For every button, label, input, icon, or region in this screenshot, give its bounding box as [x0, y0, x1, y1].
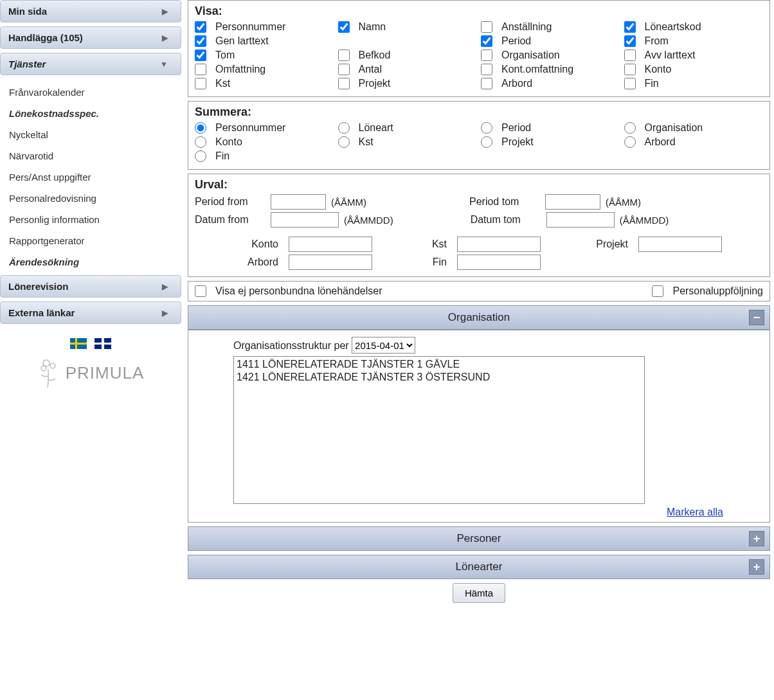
- summera-radio[interactable]: [624, 136, 636, 148]
- visa-checkbox[interactable]: [624, 35, 636, 47]
- sidebar-item[interactable]: Ärendesökning: [9, 251, 181, 273]
- org-list-item[interactable]: 1411 LÖNERELATERADE TJÄNSTER 1 GÄVLE: [237, 358, 642, 371]
- visa-item: Gen larttext: [195, 35, 334, 48]
- visa-checkbox[interactable]: [195, 21, 206, 33]
- visa-checkbox[interactable]: [624, 78, 636, 89]
- personer-header[interactable]: Personer +: [188, 526, 770, 551]
- org-date-select[interactable]: 2015-04-01: [352, 337, 415, 354]
- visa-checkbox[interactable]: [195, 49, 206, 61]
- summera-radio[interactable]: [338, 122, 350, 134]
- summera-title: Summera:: [195, 105, 763, 119]
- visa-item: Antal: [338, 63, 478, 76]
- datum-tom-label: Datum tom: [471, 214, 541, 226]
- extra-options: Visa ej personbundna lönehändelser Perso…: [188, 281, 770, 301]
- chevron-down-icon: ▼: [160, 60, 168, 69]
- summera-item: Konto: [195, 136, 334, 148]
- expand-icon[interactable]: +: [749, 559, 764, 575]
- visa-label: Antal: [359, 64, 382, 75]
- summera-radio[interactable]: [195, 150, 206, 162]
- visa-label: Personnummer: [215, 21, 285, 33]
- visa-checkbox[interactable]: [195, 35, 206, 47]
- visa-label: Tom: [215, 49, 235, 61]
- period-tom-input[interactable]: [545, 194, 600, 210]
- visa-checkbox[interactable]: [624, 21, 636, 33]
- sidebar-item[interactable]: Personalredovisning: [9, 188, 181, 209]
- visa-checkbox[interactable]: [481, 64, 492, 75]
- visa-checkbox[interactable]: [195, 64, 206, 75]
- konto-input[interactable]: [289, 237, 372, 252]
- visa-checkbox[interactable]: [481, 49, 492, 61]
- lonearter-header[interactable]: Lönearter +: [188, 555, 770, 579]
- summera-item: Projekt: [481, 136, 620, 148]
- sidebar-item[interactable]: Personlig information: [9, 209, 181, 230]
- nav-header[interactable]: Handlägga (105)▶: [0, 26, 181, 49]
- period-from-input[interactable]: [271, 194, 326, 210]
- visa-label: Projekt: [359, 78, 391, 89]
- visa-ej-checkbox[interactable]: [195, 285, 206, 297]
- fetch-button[interactable]: Hämta: [453, 583, 505, 603]
- visa-label: Arbord: [501, 78, 532, 89]
- datum-from-label: Datum from: [195, 214, 266, 226]
- summera-radio[interactable]: [338, 136, 350, 148]
- summera-item: Fin: [195, 150, 334, 163]
- summera-label: Fin: [215, 150, 230, 162]
- sidebar-item[interactable]: Rapportgenerator: [9, 230, 181, 251]
- lonearter-title: Lönearter: [456, 561, 503, 573]
- sidebar-item[interactable]: Närvarotid: [9, 145, 181, 166]
- visa-checkbox[interactable]: [481, 21, 492, 33]
- nav-header[interactable]: Lönerevision▶: [0, 275, 181, 298]
- arbord-input[interactable]: [289, 255, 372, 270]
- svg-point-2: [41, 366, 46, 371]
- sidebar-item[interactable]: Lönekostnadsspec.: [9, 103, 181, 124]
- chevron-right-icon: ▶: [162, 33, 168, 42]
- summera-radio[interactable]: [481, 136, 492, 148]
- nav-header-label: Tjänster: [8, 58, 46, 69]
- visa-title: Visa:: [195, 4, 763, 18]
- period-tom-label: Period tom: [469, 196, 540, 208]
- logo-text: PRIMULA: [66, 363, 145, 382]
- nav-header[interactable]: Tjänster▼: [0, 53, 181, 75]
- flag-sweden-icon[interactable]: [70, 338, 87, 349]
- nav-header[interactable]: Externa länkar▶: [0, 301, 181, 324]
- visa-checkbox[interactable]: [624, 49, 636, 61]
- kst-label: Kst: [382, 238, 453, 250]
- fin-input[interactable]: [457, 255, 541, 270]
- visa-item: Kst: [195, 77, 334, 90]
- sidebar-item[interactable]: Pers/Anst uppgifter: [9, 166, 181, 188]
- summera-radio[interactable]: [481, 122, 492, 134]
- expand-icon[interactable]: +: [749, 531, 764, 546]
- datum-tom-input[interactable]: [546, 212, 615, 228]
- kst-input[interactable]: [457, 237, 541, 252]
- visa-checkbox[interactable]: [195, 78, 206, 89]
- visa-checkbox[interactable]: [481, 78, 492, 89]
- mark-all-link[interactable]: Markera alla: [667, 507, 723, 517]
- sidebar-item[interactable]: Nyckeltal: [9, 124, 181, 145]
- summera-radio[interactable]: [195, 136, 206, 148]
- visa-checkbox[interactable]: [338, 64, 350, 75]
- projekt-input[interactable]: [638, 237, 722, 252]
- visa-item: Period: [481, 35, 620, 48]
- collapse-icon[interactable]: −: [749, 310, 764, 325]
- organisation-body: Organisationsstruktur per 2015-04-01 141…: [188, 330, 770, 523]
- sidebar-item[interactable]: Frånvarokalender: [9, 82, 181, 103]
- nav-header[interactable]: Min sida▶: [0, 0, 181, 22]
- summera-radio[interactable]: [195, 122, 206, 134]
- org-list-item[interactable]: 1421 LÖNERELATERADE TJÄNSTER 3 ÖSTERSUND: [237, 371, 642, 384]
- summera-radio[interactable]: [624, 122, 636, 134]
- visa-item: Personnummer: [195, 21, 334, 33]
- org-list[interactable]: 1411 LÖNERELATERADE TJÄNSTER 1 GÄVLE1421…: [233, 356, 645, 504]
- visa-item: From: [624, 35, 764, 48]
- visa-checkbox[interactable]: [338, 49, 350, 61]
- visa-checkbox[interactable]: [624, 64, 636, 75]
- organisation-header[interactable]: Organisation −: [188, 305, 770, 330]
- flag-uk-icon[interactable]: [94, 338, 111, 349]
- visa-checkbox[interactable]: [338, 78, 350, 89]
- visa-item: Avv larttext: [624, 49, 764, 62]
- visa-checkbox[interactable]: [338, 21, 350, 33]
- flower-icon: [37, 357, 63, 389]
- summera-label: Personnummer: [215, 122, 285, 134]
- personalupp-checkbox[interactable]: [652, 285, 663, 297]
- visa-item: Namn: [338, 21, 478, 33]
- visa-checkbox[interactable]: [481, 35, 492, 47]
- datum-from-input[interactable]: [271, 212, 339, 228]
